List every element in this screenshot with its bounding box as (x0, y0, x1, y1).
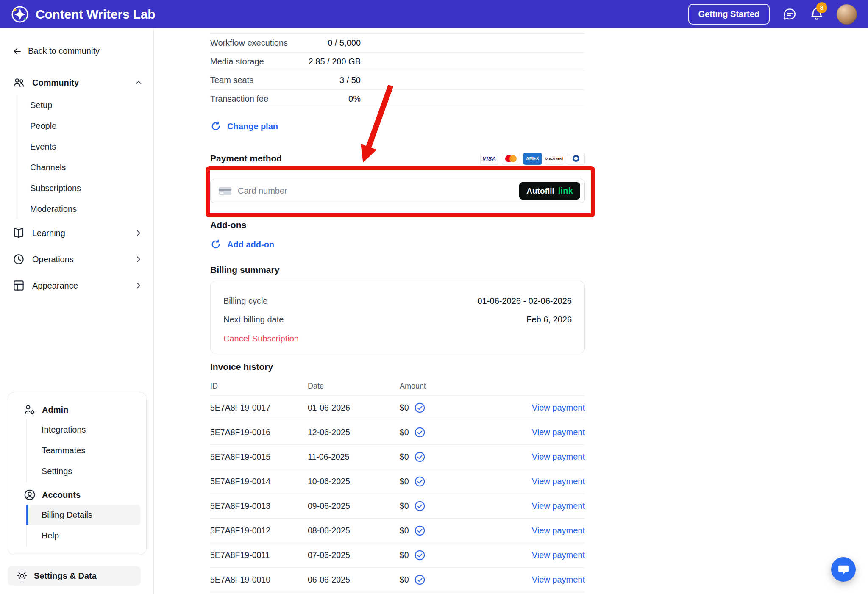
invoice-amount: $0 (400, 550, 409, 560)
user-avatar[interactable] (837, 4, 857, 25)
chat-icon[interactable] (782, 7, 797, 22)
home-link[interactable]: Content Writers Lab (11, 6, 155, 23)
table-row: 5E7A8F19-0013 09-06-2025 $0 View payment (210, 494, 585, 519)
sidebar-item-events[interactable]: Events (17, 136, 153, 157)
gear-icon (17, 570, 28, 581)
view-payment-link[interactable]: View payment (532, 477, 585, 486)
arrow-left-icon (13, 47, 22, 56)
view-payment-link[interactable]: View payment (532, 550, 585, 560)
invoice-amount: $0 (400, 526, 409, 536)
billing-cycle-label: Billing cycle (223, 296, 267, 306)
chevron-right-icon (134, 228, 143, 238)
invoice-date: 11-06-2025 (308, 452, 400, 462)
sidebar-item-teammates[interactable]: Teammates (27, 440, 140, 461)
sidebar-item-accounts[interactable]: Accounts (8, 485, 146, 505)
header-actions: Getting Started 8 (688, 4, 857, 25)
check-circle-icon (414, 550, 426, 561)
payment-method-title: Payment method (210, 153, 282, 164)
chat-launcher-button[interactable] (831, 557, 856, 582)
table-row: 5E7A8F19-0010 06-06-2025 $0 View payment (210, 568, 585, 592)
layout-icon (12, 279, 25, 292)
admin-label: Admin (42, 405, 68, 415)
back-link-label: Back to community (28, 46, 100, 56)
add-addon-label: Add add-on (227, 240, 274, 250)
check-circle-icon (414, 574, 426, 586)
change-plan-label: Change plan (227, 122, 278, 131)
back-to-community-link[interactable]: Back to community (0, 28, 153, 56)
sidebar-item-help[interactable]: Help (27, 525, 140, 546)
sidebar-item-settings[interactable]: Settings (27, 461, 140, 482)
sidebar-item-community[interactable]: Community (0, 72, 153, 93)
invoice-id: 5E7A8F19-0017 (210, 403, 308, 413)
invoice-amount: $0 (400, 477, 409, 486)
getting-started-button[interactable]: Getting Started (688, 4, 770, 25)
invoice-id: 5E7A8F19-0011 (210, 550, 308, 560)
operations-label: Operations (32, 255, 127, 264)
discover-icon: DISCOVER (545, 153, 563, 165)
mastercard-icon (502, 153, 520, 165)
page: Content Writers Lab Getting Started 8 (0, 0, 868, 594)
next-billing-row: Next billing date Feb 6, 2026 (223, 310, 572, 329)
sidebar-item-admin[interactable]: Admin (8, 400, 146, 419)
usage-value: 2.85 / 200 GB (210, 57, 361, 67)
card-number-input[interactable] (238, 186, 519, 196)
table-row: 5E7A8F19-0011 07-06-2025 $0 View payment (210, 543, 585, 568)
refresh-icon (210, 121, 221, 132)
table-row: 5E7A8F19-0014 10-06-2025 $0 View payment (210, 469, 585, 494)
change-plan-button[interactable]: Change plan (210, 118, 585, 135)
clipped-row (210, 28, 585, 34)
chevron-up-icon (134, 78, 143, 87)
invoice-amount: $0 (400, 575, 409, 585)
usage-value: 0% (210, 94, 361, 104)
invoice-id: 5E7A8F19-0014 (210, 477, 308, 486)
column-id: ID (210, 382, 308, 391)
sidebar-item-operations[interactable]: Operations (0, 247, 153, 272)
sidebar-item-subscriptions[interactable]: Subscriptions (17, 178, 153, 199)
chevron-right-icon (134, 281, 143, 290)
sidebar-item-integrations[interactable]: Integrations (27, 419, 140, 440)
visa-icon: VISA (480, 153, 498, 165)
addons-title: Add-ons (210, 220, 585, 230)
usage-row: Workflow executions 0 / 5,000 (210, 34, 585, 53)
community-label: Community (32, 78, 127, 88)
sidebar-item-appearance[interactable]: Appearance (0, 273, 153, 298)
column-date: Date (308, 382, 400, 391)
sidebar-item-billing-details[interactable]: Billing Details (27, 505, 140, 525)
sidebar-item-learning[interactable]: Learning (0, 220, 153, 246)
app-header: Content Writers Lab Getting Started 8 (0, 0, 868, 28)
sidebar-item-setup[interactable]: Setup (17, 95, 153, 116)
admin-user-gear-icon (23, 403, 36, 416)
check-circle-icon (414, 451, 426, 463)
clock-icon (12, 253, 25, 266)
billing-cycle-value: 01-06-2026 - 02-06-2026 (478, 296, 572, 306)
invoice-date: 06-06-2025 (308, 575, 400, 585)
view-payment-link[interactable]: View payment (532, 452, 585, 462)
view-payment-link[interactable]: View payment (532, 501, 585, 511)
invoice-id: 5E7A8F19-0012 (210, 526, 308, 536)
sidebar-item-channels[interactable]: Channels (17, 157, 153, 178)
app-logo-icon (11, 6, 29, 23)
sidebar-item-people[interactable]: People (17, 116, 153, 136)
invoice-amount: $0 (400, 403, 409, 413)
view-payment-link[interactable]: View payment (532, 403, 585, 413)
view-payment-link[interactable]: View payment (532, 427, 585, 437)
notifications-bell-icon[interactable]: 8 (810, 7, 824, 22)
invoice-date: 07-06-2025 (308, 550, 400, 560)
autofill-link-button[interactable]: Autofill link (519, 182, 580, 200)
main-area: Workflow executions 0 / 5,000 Media stor… (154, 28, 868, 594)
check-circle-icon (414, 427, 426, 438)
sidebar-item-moderations[interactable]: Moderations (17, 199, 153, 219)
appearance-label: Appearance (32, 281, 127, 291)
view-payment-link[interactable]: View payment (532, 526, 585, 536)
check-circle-icon (414, 476, 426, 487)
add-addon-button[interactable]: Add add-on (210, 236, 585, 253)
invoice-history-title: Invoice history (210, 362, 585, 372)
cancel-subscription-link[interactable]: Cancel Subscription (223, 334, 299, 344)
view-payment-link[interactable]: View payment (532, 575, 585, 585)
app-title: Content Writers Lab (36, 7, 155, 22)
invoice-date: 09-06-2025 (308, 501, 400, 511)
link-brand-label: link (558, 186, 573, 196)
settings-and-data-label: Settings & Data (34, 571, 97, 581)
settings-and-data-button[interactable]: Settings & Data (8, 566, 141, 586)
invoice-id: 5E7A8F19-0015 (210, 452, 308, 462)
